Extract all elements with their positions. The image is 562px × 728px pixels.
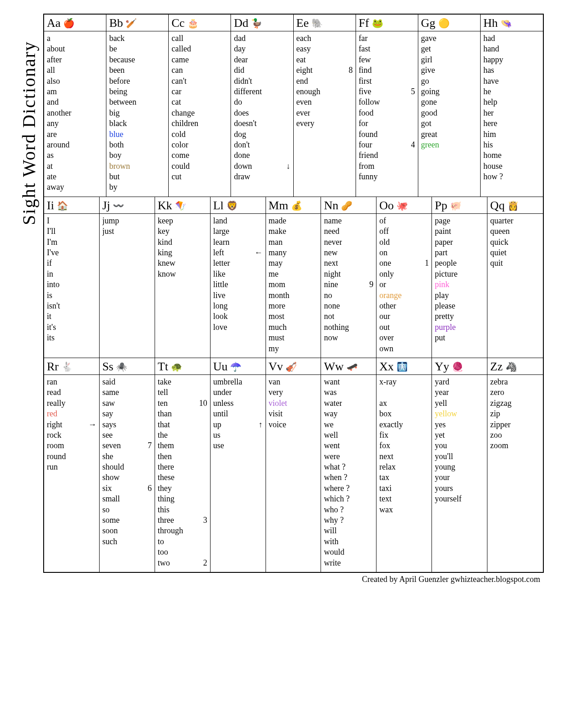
z-icon: 🦓 [506,361,517,372]
word-text: small [102,494,120,504]
word-text: says [102,420,116,430]
word-extra: 7 [145,440,152,451]
letter-header: Jj〰️ [100,197,155,214]
letter-header: Uu☂️ [211,358,266,375]
word-text: far [359,33,368,44]
word-entry: yell [435,398,484,409]
word-list: yardyearyellyellowyesyetyouyou'llyoungyo… [432,375,487,508]
word-text: with [324,536,338,547]
letter-cell-d: Dd🦆daddaydeardiddidn'tdifferentdodoesdoe… [231,15,293,197]
grid-row: Rr🐇ranreadreallyredright→rockroomroundru… [44,358,543,572]
word-entry: enough [296,86,353,97]
word-text: cut [171,172,181,182]
word-entry: x-ray [379,377,429,387]
word-text: learn [213,237,230,248]
word-text: why ? [324,515,344,526]
word-entry: well [324,430,373,440]
m-icon: 💰 [291,200,302,211]
word-entry: car [171,86,228,97]
word-entry: zipper [490,420,540,430]
word-entry: funny [359,172,415,182]
word-text: look [213,311,228,322]
letter-label: Ee [296,16,309,30]
word-entry: made [269,216,318,226]
word-text: kind [158,237,172,248]
word-text: large [213,226,230,237]
word-text: should [102,462,124,472]
word-extra: 1 [422,258,429,268]
word-entry: with [324,536,373,547]
word-entry: text [379,494,429,504]
word-text: five [359,86,371,97]
word-text: you [435,440,447,451]
word-text: yellow [435,409,457,419]
letter-cell-f: Ff🐸farfastfewfindfirstfive5followfoodfor… [356,15,418,197]
o-icon: 🐙 [396,200,408,211]
word-entry: its [47,333,96,343]
word-entry: been [109,65,166,76]
word-text: man [269,237,283,248]
word-text: boy [109,150,121,161]
letter-label: Ff [359,16,369,30]
word-list: vanveryvioletvisitvoice [266,375,321,434]
h-icon: 👒 [501,18,512,29]
word-text: which ? [324,494,349,504]
word-text: under [213,387,232,398]
word-entry: ever [296,108,353,118]
word-text: didn't [234,76,252,86]
word-text: water [324,398,342,409]
word-text: find [359,65,372,76]
letter-header: Ee🐘 [294,15,356,31]
word-entry: rock [47,430,96,440]
word-entry: through [158,526,207,536]
letter-header: Ss🕷️ [100,358,155,375]
word-entry: being [109,86,166,97]
word-text: cold [171,129,186,140]
word-entry: had [483,33,540,44]
word-entry: kind [158,237,207,248]
word-list: x-ray axboxexactlyfixfoxnextrelaxtaxtaxi… [376,375,432,519]
word-entry: day [234,44,290,54]
word-entry: doesn't [234,118,290,129]
word-entry: much [269,322,318,333]
word-entry: wax [379,505,429,515]
word-text: they [158,483,172,494]
word-text: quarter [490,216,513,226]
word-entry: paper [435,237,484,248]
word-text: than [158,409,172,419]
word-text: will [324,526,336,536]
word-text: did [234,65,244,76]
word-text: green [421,140,439,150]
word-entry: zero [490,387,540,398]
word-entry: yes [435,420,484,430]
word-extra: 2 [201,558,207,568]
word-text: zip [490,409,500,419]
word-text: same [102,387,119,398]
word-text: enough [296,86,321,97]
word-text: take [158,377,171,387]
word-text: it [47,311,51,322]
word-text: been [109,65,125,76]
word-text: fox [379,440,390,451]
word-entry: thing [158,494,207,504]
word-entry: great [421,129,477,140]
word-entry: own [379,344,429,354]
word-entry: color [171,140,228,150]
word-text: were [324,451,340,462]
word-entry: our [379,311,429,322]
word-entry: out [379,322,429,333]
word-text: by [109,182,117,192]
word-entry: down↓ [234,161,290,172]
word-text: many [269,248,287,258]
word-entry: could [171,161,228,172]
word-text: write [324,558,341,568]
j-icon: 〰️ [113,200,124,211]
word-entry: king [158,248,207,258]
word-text: how ? [483,172,503,182]
word-text: exactly [379,420,403,430]
word-text: key [158,226,170,237]
word-entry: fast [359,44,415,54]
word-text: these [158,472,175,483]
p-icon: 🐖 [450,200,462,211]
word-text: long [213,301,228,311]
